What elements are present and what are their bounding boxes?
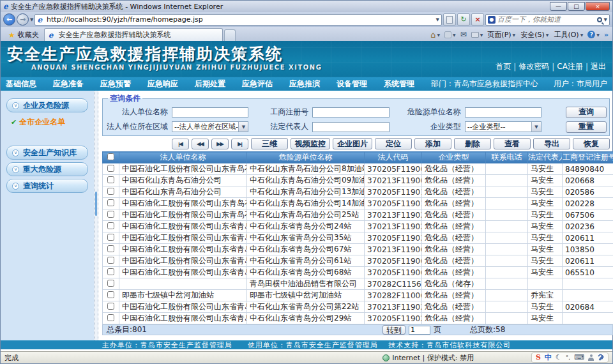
sidebar-group-1[interactable]: 企业及危险源 — [6, 98, 88, 112]
reset-button[interactable]: 重置 — [566, 121, 607, 133]
nav-item-4[interactable]: 应急响应 — [148, 79, 178, 89]
recent-pages-dropdown[interactable]: ▼ — [30, 17, 33, 22]
region-select[interactable]: --法人单位所在区域--▼ — [172, 121, 248, 132]
page-number-input[interactable] — [409, 326, 430, 335]
frame-splitter[interactable] — [94, 91, 98, 340]
favorites-button[interactable]: ★ 收藏夹 — [3, 29, 44, 41]
row-checkbox[interactable] — [107, 280, 114, 287]
header-link-3[interactable]: CA注册 — [557, 61, 583, 72]
keyboard-icon[interactable]: ⌨ — [574, 353, 584, 362]
pager-first-button[interactable]: |◀ — [172, 139, 189, 149]
row-checkbox[interactable] — [107, 257, 114, 264]
scrollbar-thumb[interactable] — [95, 192, 97, 216]
chevron-down-icon: ▼ — [437, 33, 440, 37]
chinese-icon[interactable]: 中 — [545, 353, 552, 362]
legal-rep-input[interactable] — [312, 122, 389, 132]
stop-button[interactable]: × — [471, 13, 484, 26]
sogou-icon[interactable]: S — [536, 353, 541, 362]
sidebar-group-4[interactable]: 查询统计 — [6, 179, 88, 193]
cell: 中国石油化工股份有限公司山东省青岛分公司 — [119, 255, 247, 267]
toolbar-button-9[interactable]: 恢复 — [573, 138, 610, 149]
toolbar-button-3[interactable]: 企业图片 — [333, 138, 372, 149]
forward-button[interactable]: → — [17, 13, 29, 26]
row-checkbox[interactable] — [107, 188, 114, 195]
toolbar-button-8[interactable]: 导出 — [533, 138, 570, 149]
reg-no-input[interactable] — [312, 107, 389, 118]
person-icon[interactable] — [588, 354, 594, 361]
header-link-2[interactable]: 修改密码 — [518, 61, 549, 72]
feeds-button[interactable]: ▼ — [444, 31, 456, 38]
row-checkbox[interactable] — [107, 268, 114, 275]
search-input[interactable] — [497, 15, 595, 24]
new-tab-button[interactable] — [224, 29, 236, 41]
pager-prev-button[interactable]: ◀◀ — [192, 139, 209, 149]
back-button[interactable]: ← — [3, 13, 15, 26]
pager-next-button[interactable]: ▶▶ — [211, 139, 229, 149]
search-icon[interactable] — [597, 17, 602, 22]
toolbar-button-6[interactable]: 删除 — [454, 138, 491, 149]
toolbar-button-2[interactable]: 视频监控 — [291, 138, 330, 149]
select-all-checkbox[interactable] — [107, 153, 114, 160]
toolbar-button-7[interactable]: 查看 — [494, 138, 531, 149]
toolbar-button-5[interactable]: 添加 — [414, 138, 451, 149]
read-mail-button[interactable]: ✉ — [460, 30, 467, 39]
corp-name-input[interactable] — [172, 107, 248, 118]
compatibility-view-button[interactable] — [443, 13, 456, 26]
command-button-1[interactable]: 页面(P)▼ — [487, 30, 515, 40]
nav-item-8[interactable]: 设备管理 — [337, 79, 367, 89]
help-button[interactable]: ?▼ — [587, 31, 600, 38]
moon-icon[interactable]: ☾ — [556, 353, 562, 362]
minimize-button[interactable]: — — [550, 2, 567, 11]
search-dropdown[interactable]: ▼ — [604, 17, 607, 22]
sidebar-group-3[interactable]: 重大危险源 — [6, 162, 88, 176]
print-button[interactable]: ▼ — [471, 32, 483, 38]
field-label-hazard-name: 危险源单位名称 — [398, 107, 465, 118]
row-checkbox[interactable] — [107, 211, 114, 218]
row-checkbox[interactable] — [107, 222, 114, 229]
toolbar-button-1[interactable]: 三维 — [251, 138, 288, 149]
home-button[interactable]: ⌂▼ — [430, 30, 440, 40]
wrench-icon[interactable] — [598, 354, 604, 361]
cell: 危化品（经营） — [422, 209, 486, 221]
query-panel: 查询条件 法人单位名称 工商注册号 危险源单位名称 查询 法人单位所在区域 --… — [102, 93, 610, 136]
nav-item-3[interactable]: 应急预警 — [100, 79, 131, 89]
toolbar-button-4[interactable]: 定位 — [375, 138, 412, 149]
nav-item-6[interactable]: 应急评估 — [242, 79, 273, 89]
tab-active[interactable]: e 安全生产应急救援指挥辅助决策系统 — [44, 28, 223, 41]
row-checkbox[interactable] — [107, 199, 114, 206]
row-checkbox[interactable] — [107, 234, 114, 241]
query-button[interactable]: 查询 — [566, 107, 607, 118]
cell: 370213F119025 — [365, 209, 422, 221]
row-checkbox[interactable] — [107, 291, 114, 298]
command-button-2[interactable]: 安全(S)▼ — [520, 30, 549, 40]
company-type-select[interactable]: --企业类型--▼ — [465, 121, 541, 132]
url-input[interactable] — [47, 15, 434, 24]
nav-item-7[interactable]: 应急推演 — [289, 79, 320, 89]
header-link-1[interactable]: 首页 — [496, 61, 511, 72]
sidebar-item-active[interactable]: ✔全市企业名单 — [1, 115, 94, 134]
close-button[interactable]: × — [586, 2, 610, 11]
hazard-name-input[interactable] — [465, 107, 541, 118]
sidebar-group-2[interactable]: 安全生产知识库 — [6, 146, 88, 160]
row-checkbox[interactable] — [107, 165, 114, 172]
nav-item-1[interactable]: 基础信息 — [6, 79, 36, 89]
nav-item-2[interactable]: 应急准备 — [53, 79, 84, 89]
address-dropdown[interactable]: ▼ — [436, 17, 439, 22]
row-checkbox[interactable] — [107, 303, 114, 310]
header-link-4[interactable]: 退出 — [591, 61, 606, 72]
row-checkbox[interactable] — [107, 245, 114, 252]
row-checkbox[interactable] — [107, 314, 114, 321]
cell — [563, 278, 613, 290]
cell — [486, 221, 528, 232]
maximize-button[interactable]: □ — [568, 2, 585, 11]
goto-page-button[interactable]: 转到 — [382, 325, 405, 335]
cell — [486, 290, 528, 301]
pager-last-button[interactable]: ▶| — [231, 139, 248, 149]
refresh-button[interactable]: ↻ — [457, 13, 470, 26]
nav-item-9[interactable]: 系统管理 — [384, 79, 414, 89]
nav-item-5[interactable]: 后期处置 — [195, 79, 225, 89]
punct-icon[interactable]: °, — [566, 353, 570, 362]
row-checkbox[interactable] — [107, 176, 114, 183]
command-button-3[interactable]: 工具(O)▼ — [554, 30, 583, 40]
toolbar-overflow-chevron[interactable]: » — [604, 31, 609, 39]
